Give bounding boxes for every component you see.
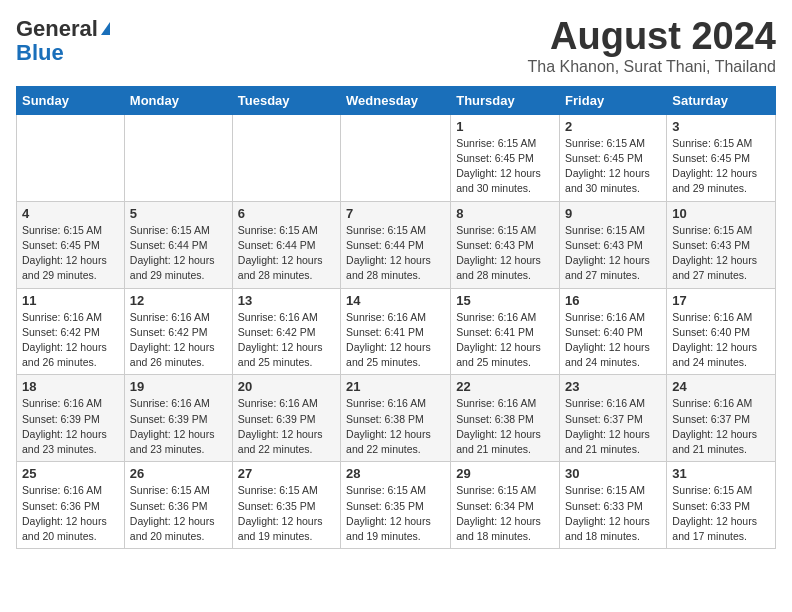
header: General Blue August 2024 Tha Khanon, Sur…: [16, 16, 776, 76]
header-cell-saturday: Saturday: [667, 86, 776, 114]
header-cell-thursday: Thursday: [451, 86, 560, 114]
day-info: Sunrise: 6:16 AMSunset: 6:41 PMDaylight:…: [346, 310, 445, 371]
day-cell: 13Sunrise: 6:16 AMSunset: 6:42 PMDayligh…: [232, 288, 340, 375]
week-row-3: 11Sunrise: 6:16 AMSunset: 6:42 PMDayligh…: [17, 288, 776, 375]
day-number: 11: [22, 293, 119, 308]
day-info: Sunrise: 6:15 AMSunset: 6:44 PMDaylight:…: [346, 223, 445, 284]
day-info: Sunrise: 6:16 AMSunset: 6:41 PMDaylight:…: [456, 310, 554, 371]
day-cell: 23Sunrise: 6:16 AMSunset: 6:37 PMDayligh…: [560, 375, 667, 462]
logo: General Blue: [16, 16, 110, 66]
day-number: 24: [672, 379, 770, 394]
day-number: 17: [672, 293, 770, 308]
day-info: Sunrise: 6:15 AMSunset: 6:43 PMDaylight:…: [456, 223, 554, 284]
logo-blue: Blue: [16, 40, 110, 66]
day-cell: 28Sunrise: 6:15 AMSunset: 6:35 PMDayligh…: [341, 462, 451, 549]
day-info: Sunrise: 6:16 AMSunset: 6:42 PMDaylight:…: [22, 310, 119, 371]
day-info: Sunrise: 6:16 AMSunset: 6:38 PMDaylight:…: [346, 396, 445, 457]
day-info: Sunrise: 6:16 AMSunset: 6:37 PMDaylight:…: [672, 396, 770, 457]
header-cell-tuesday: Tuesday: [232, 86, 340, 114]
day-info: Sunrise: 6:16 AMSunset: 6:39 PMDaylight:…: [130, 396, 227, 457]
day-cell: 16Sunrise: 6:16 AMSunset: 6:40 PMDayligh…: [560, 288, 667, 375]
day-number: 31: [672, 466, 770, 481]
day-number: 4: [22, 206, 119, 221]
day-info: Sunrise: 6:15 AMSunset: 6:44 PMDaylight:…: [238, 223, 335, 284]
day-cell: 14Sunrise: 6:16 AMSunset: 6:41 PMDayligh…: [341, 288, 451, 375]
day-cell: 25Sunrise: 6:16 AMSunset: 6:36 PMDayligh…: [17, 462, 125, 549]
location-title: Tha Khanon, Surat Thani, Thailand: [528, 58, 776, 76]
day-info: Sunrise: 6:16 AMSunset: 6:36 PMDaylight:…: [22, 483, 119, 544]
day-number: 16: [565, 293, 661, 308]
day-info: Sunrise: 6:15 AMSunset: 6:45 PMDaylight:…: [565, 136, 661, 197]
day-number: 6: [238, 206, 335, 221]
day-cell: 29Sunrise: 6:15 AMSunset: 6:34 PMDayligh…: [451, 462, 560, 549]
day-number: 25: [22, 466, 119, 481]
day-cell: 2Sunrise: 6:15 AMSunset: 6:45 PMDaylight…: [560, 114, 667, 201]
day-info: Sunrise: 6:15 AMSunset: 6:44 PMDaylight:…: [130, 223, 227, 284]
logo-triangle-icon: [101, 22, 110, 35]
header-row: SundayMondayTuesdayWednesdayThursdayFrid…: [17, 86, 776, 114]
day-info: Sunrise: 6:16 AMSunset: 6:37 PMDaylight:…: [565, 396, 661, 457]
title-area: August 2024 Tha Khanon, Surat Thani, Tha…: [528, 16, 776, 76]
logo-general: General: [16, 16, 98, 42]
day-cell: 5Sunrise: 6:15 AMSunset: 6:44 PMDaylight…: [124, 201, 232, 288]
header-cell-sunday: Sunday: [17, 86, 125, 114]
day-cell: 3Sunrise: 6:15 AMSunset: 6:45 PMDaylight…: [667, 114, 776, 201]
day-number: 22: [456, 379, 554, 394]
day-info: Sunrise: 6:16 AMSunset: 6:42 PMDaylight:…: [130, 310, 227, 371]
week-row-5: 25Sunrise: 6:16 AMSunset: 6:36 PMDayligh…: [17, 462, 776, 549]
day-cell: 6Sunrise: 6:15 AMSunset: 6:44 PMDaylight…: [232, 201, 340, 288]
day-number: 20: [238, 379, 335, 394]
day-number: 23: [565, 379, 661, 394]
week-row-2: 4Sunrise: 6:15 AMSunset: 6:45 PMDaylight…: [17, 201, 776, 288]
day-cell: 18Sunrise: 6:16 AMSunset: 6:39 PMDayligh…: [17, 375, 125, 462]
day-info: Sunrise: 6:15 AMSunset: 6:35 PMDaylight:…: [238, 483, 335, 544]
day-cell: 8Sunrise: 6:15 AMSunset: 6:43 PMDaylight…: [451, 201, 560, 288]
day-cell: 24Sunrise: 6:16 AMSunset: 6:37 PMDayligh…: [667, 375, 776, 462]
day-info: Sunrise: 6:16 AMSunset: 6:42 PMDaylight:…: [238, 310, 335, 371]
day-cell: [17, 114, 125, 201]
day-info: Sunrise: 6:15 AMSunset: 6:33 PMDaylight:…: [672, 483, 770, 544]
day-info: Sunrise: 6:15 AMSunset: 6:34 PMDaylight:…: [456, 483, 554, 544]
day-cell: 30Sunrise: 6:15 AMSunset: 6:33 PMDayligh…: [560, 462, 667, 549]
day-number: 15: [456, 293, 554, 308]
day-info: Sunrise: 6:15 AMSunset: 6:45 PMDaylight:…: [456, 136, 554, 197]
day-number: 8: [456, 206, 554, 221]
day-cell: 21Sunrise: 6:16 AMSunset: 6:38 PMDayligh…: [341, 375, 451, 462]
day-cell: 15Sunrise: 6:16 AMSunset: 6:41 PMDayligh…: [451, 288, 560, 375]
day-info: Sunrise: 6:16 AMSunset: 6:39 PMDaylight:…: [238, 396, 335, 457]
header-cell-monday: Monday: [124, 86, 232, 114]
day-cell: 9Sunrise: 6:15 AMSunset: 6:43 PMDaylight…: [560, 201, 667, 288]
day-cell: 31Sunrise: 6:15 AMSunset: 6:33 PMDayligh…: [667, 462, 776, 549]
day-info: Sunrise: 6:15 AMSunset: 6:43 PMDaylight:…: [565, 223, 661, 284]
day-info: Sunrise: 6:15 AMSunset: 6:33 PMDaylight:…: [565, 483, 661, 544]
day-number: 7: [346, 206, 445, 221]
day-cell: 7Sunrise: 6:15 AMSunset: 6:44 PMDaylight…: [341, 201, 451, 288]
day-info: Sunrise: 6:15 AMSunset: 6:45 PMDaylight:…: [672, 136, 770, 197]
day-info: Sunrise: 6:16 AMSunset: 6:40 PMDaylight:…: [672, 310, 770, 371]
day-number: 1: [456, 119, 554, 134]
day-number: 19: [130, 379, 227, 394]
day-number: 27: [238, 466, 335, 481]
day-cell: 17Sunrise: 6:16 AMSunset: 6:40 PMDayligh…: [667, 288, 776, 375]
day-cell: [124, 114, 232, 201]
day-info: Sunrise: 6:15 AMSunset: 6:45 PMDaylight:…: [22, 223, 119, 284]
day-number: 18: [22, 379, 119, 394]
day-info: Sunrise: 6:15 AMSunset: 6:35 PMDaylight:…: [346, 483, 445, 544]
calendar-table: SundayMondayTuesdayWednesdayThursdayFrid…: [16, 86, 776, 549]
day-number: 2: [565, 119, 661, 134]
day-number: 10: [672, 206, 770, 221]
day-number: 30: [565, 466, 661, 481]
day-info: Sunrise: 6:16 AMSunset: 6:39 PMDaylight:…: [22, 396, 119, 457]
day-cell: 26Sunrise: 6:15 AMSunset: 6:36 PMDayligh…: [124, 462, 232, 549]
day-cell: [341, 114, 451, 201]
week-row-4: 18Sunrise: 6:16 AMSunset: 6:39 PMDayligh…: [17, 375, 776, 462]
day-number: 29: [456, 466, 554, 481]
day-info: Sunrise: 6:16 AMSunset: 6:38 PMDaylight:…: [456, 396, 554, 457]
day-number: 9: [565, 206, 661, 221]
day-cell: 12Sunrise: 6:16 AMSunset: 6:42 PMDayligh…: [124, 288, 232, 375]
day-number: 3: [672, 119, 770, 134]
day-number: 14: [346, 293, 445, 308]
day-cell: [232, 114, 340, 201]
day-cell: 20Sunrise: 6:16 AMSunset: 6:39 PMDayligh…: [232, 375, 340, 462]
month-title: August 2024: [528, 16, 776, 58]
